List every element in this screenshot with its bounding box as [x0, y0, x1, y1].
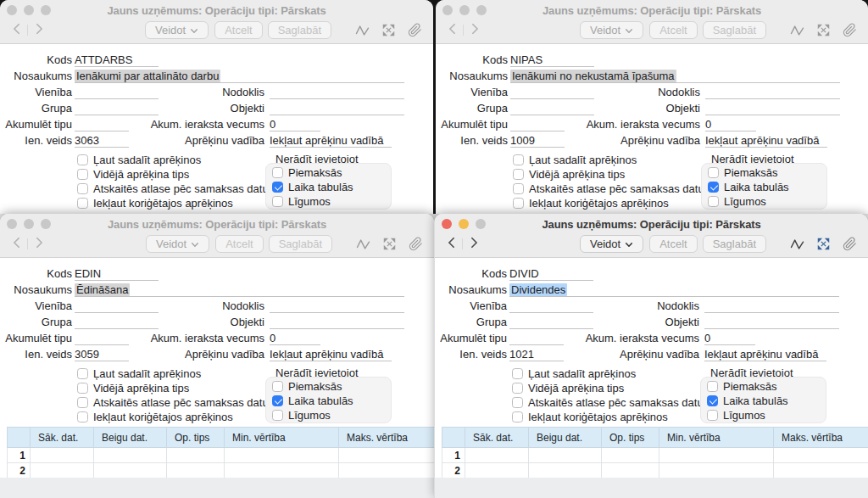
laika-tabulas-checkbox[interactable] [707, 395, 718, 406]
aprekinu-vadiba-field[interactable]: Iekļaut aprēķinu vadībā [704, 348, 826, 361]
table-cell[interactable] [602, 448, 659, 463]
expand-icon[interactable] [815, 237, 832, 252]
minimize-window-button[interactable] [459, 219, 469, 229]
aprekinu-vadiba-field[interactable]: Iekļaut aprēķinu vadībā [270, 348, 392, 361]
col-header-maks-vertiba[interactable]: Maks. vērtība [774, 428, 868, 448]
aprekinu-vadiba-field[interactable]: Iekļaut aprēķinu vadībā [705, 134, 827, 148]
create-button[interactable]: Veidot [580, 235, 643, 253]
table-cell[interactable] [167, 448, 225, 463]
col-header-op-tips[interactable]: Op. tips [167, 428, 225, 448]
col-header-op-tips[interactable]: Op. tips [602, 428, 659, 448]
akumulet-tipu-field[interactable] [509, 332, 564, 345]
piemaksas-checkbox[interactable] [707, 381, 718, 392]
ien-veids-field[interactable]: 1009 [510, 134, 565, 148]
paperclip-icon[interactable] [841, 23, 858, 38]
ligumos-checkbox[interactable] [272, 196, 283, 207]
table-cell[interactable] [529, 448, 602, 463]
zoom-window-button[interactable] [41, 219, 51, 229]
ieklaut-korigetajos-checkbox[interactable] [77, 198, 88, 209]
minimize-window-button[interactable] [24, 219, 34, 229]
cancel-button[interactable]: Atcelt [215, 235, 264, 253]
grupa-field[interactable] [510, 102, 594, 115]
table-cell[interactable] [465, 448, 529, 463]
col-header-beigu-dat[interactable]: Beigu dat. [94, 428, 167, 448]
activity-icon[interactable] [788, 23, 805, 38]
forward-button[interactable] [31, 237, 47, 252]
kods-field[interactable]: NIPAS [510, 53, 594, 67]
paperclip-icon[interactable] [841, 237, 858, 252]
table-cell[interactable] [94, 448, 167, 463]
table-cell[interactable] [167, 463, 225, 478]
expand-icon[interactable] [380, 23, 397, 38]
aprekinu-vadiba-field[interactable]: Iekļaut aprēķinu vadībā [270, 134, 392, 148]
table-cell[interactable] [31, 463, 94, 478]
ien-veids-field[interactable]: 3059 [75, 348, 129, 361]
laika-tabulas-checkbox[interactable] [708, 182, 719, 193]
piemaksas-checkbox[interactable] [708, 167, 719, 178]
expand-icon[interactable] [815, 23, 832, 38]
nosaukums-field[interactable]: Ienākumi no nekustamā īpašuma [510, 70, 840, 83]
forward-button[interactable] [31, 23, 47, 38]
table-cell[interactable] [339, 448, 435, 463]
ieklaut-korigetajos-checkbox[interactable] [512, 411, 523, 422]
piemaksas-checkbox[interactable] [272, 381, 283, 392]
ligumos-checkbox[interactable] [272, 410, 283, 421]
create-button[interactable]: Veidot [580, 21, 643, 39]
col-header-min-vertiba[interactable]: Min. vērtība [659, 428, 774, 448]
create-button[interactable]: Veidot [146, 235, 209, 253]
videja-aprekina-checkbox[interactable] [512, 383, 523, 394]
col-header-sak-dat[interactable]: Sāk. dat. [465, 428, 529, 448]
vieniba-field[interactable] [509, 299, 593, 313]
objekti-field[interactable] [270, 316, 404, 329]
paperclip-icon[interactable] [406, 23, 423, 38]
nosaukums-field[interactable]: Ienākumi par attalināto darbu [75, 70, 404, 83]
kods-field[interactable]: ATTDARBS [75, 53, 159, 67]
zoom-window-button[interactable] [476, 219, 486, 229]
akumulet-tipu-field[interactable] [75, 118, 129, 131]
atskaites-atlase-checkbox[interactable] [77, 183, 88, 194]
atskaites-atlase-checkbox[interactable] [512, 397, 523, 408]
save-button[interactable]: Saglabāt [268, 21, 331, 39]
table-cell[interactable] [774, 463, 868, 478]
akumulet-tipu-field[interactable] [510, 118, 565, 131]
nosaukums-field[interactable]: Dividendes [509, 283, 839, 297]
table-cell[interactable] [31, 448, 94, 463]
back-button[interactable] [8, 23, 24, 38]
col-header-sak-dat[interactable]: Sāk. dat. [31, 428, 94, 448]
nodoklis-field[interactable] [270, 86, 404, 99]
ien-veids-field[interactable]: 1021 [509, 348, 564, 361]
close-window-button[interactable] [7, 219, 17, 229]
akum-vecums-field[interactable]: 0 [270, 332, 320, 345]
videja-aprekina-checkbox[interactable] [513, 169, 524, 180]
cancel-button[interactable]: Atcelt [649, 235, 698, 253]
laut-sadalit-checkbox[interactable] [512, 368, 523, 379]
videja-aprekina-checkbox[interactable] [77, 383, 88, 394]
atskaites-atlase-checkbox[interactable] [77, 397, 88, 408]
vieniba-field[interactable] [75, 86, 159, 99]
forward-button[interactable] [466, 237, 481, 252]
piemaksas-checkbox[interactable] [272, 167, 283, 178]
minimize-window-button[interactable] [24, 5, 34, 15]
forward-button[interactable] [467, 23, 482, 38]
nodoklis-field[interactable] [270, 299, 404, 313]
paperclip-icon[interactable] [407, 237, 424, 252]
laut-sadalit-checkbox[interactable] [513, 154, 524, 165]
save-button[interactable]: Saglabāt [269, 235, 332, 253]
activity-icon[interactable] [354, 237, 371, 252]
activity-icon[interactable] [353, 23, 370, 38]
save-button[interactable]: Saglabāt [703, 21, 766, 39]
kods-field[interactable]: EDIN [75, 267, 159, 281]
vieniba-field[interactable] [510, 86, 594, 99]
table-cell[interactable] [225, 448, 339, 463]
laut-sadalit-checkbox[interactable] [77, 154, 88, 165]
zoom-window-button[interactable] [41, 5, 51, 15]
table-cell[interactable] [529, 463, 602, 478]
close-window-button[interactable] [7, 5, 17, 15]
ligumos-checkbox[interactable] [708, 196, 719, 207]
laut-sadalit-checkbox[interactable] [77, 368, 88, 379]
table-cell[interactable] [602, 463, 659, 478]
laika-tabulas-checkbox[interactable] [272, 395, 283, 406]
table-cell[interactable] [659, 463, 774, 478]
vieniba-field[interactable] [75, 299, 159, 313]
ien-veids-field[interactable]: 3063 [75, 134, 129, 148]
